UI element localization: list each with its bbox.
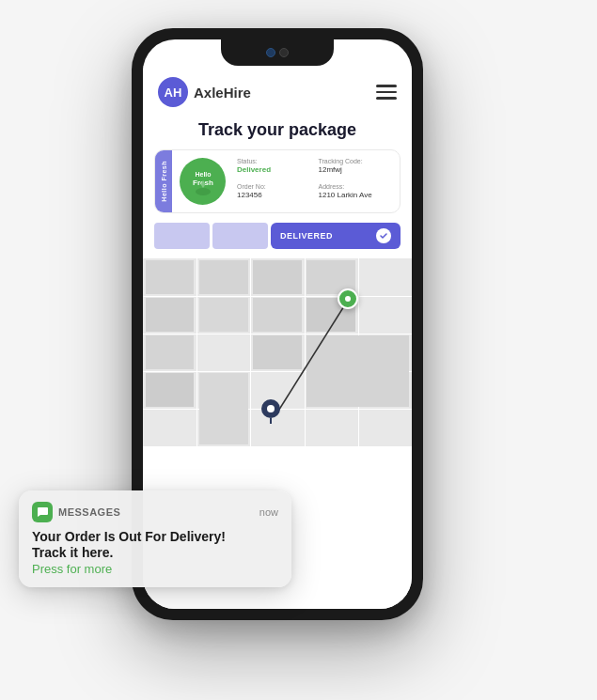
hamburger-line-2 (376, 91, 397, 94)
messages-icon (32, 502, 53, 522)
logo-icon: AH (158, 77, 188, 107)
status-label: Status: (237, 158, 311, 164)
progress-step-2 (212, 223, 268, 249)
progress-section: DELIVERED (154, 223, 401, 249)
card-side-label: Hello Fresh (155, 150, 172, 212)
map-area (143, 258, 412, 446)
notification-link[interactable]: Press for more (32, 562, 278, 576)
notification-card[interactable]: MESSAGES now Your Order Is Out For Deliv… (19, 490, 291, 587)
progress-step-1 (154, 223, 210, 249)
status-item: Status: Delivered (237, 158, 311, 179)
delivered-label: DELIVERED (280, 231, 333, 241)
hamburger-menu[interactable] (376, 85, 397, 100)
hamburger-line-1 (376, 85, 397, 87)
side-label-text: Hello Fresh (161, 161, 167, 202)
hamburger-line-3 (376, 97, 397, 100)
card-details: Status: Delivered Tracking Code: 12mfwj … (233, 150, 400, 212)
address-item: Address: 1210 Larkin Ave (319, 183, 393, 205)
package-card: Hello Fresh Hello Fresh (154, 149, 401, 213)
speaker-dot (279, 48, 289, 57)
logo-letters: AH (165, 86, 182, 100)
brand-logo-area: Hello Fresh (172, 150, 233, 212)
svg-line-4 (277, 305, 345, 412)
status-value: Delivered (237, 165, 311, 174)
address-value: 1210 Larkin Ave (319, 191, 393, 199)
hellofresh-logo: Hello Fresh (180, 158, 226, 205)
order-value: 123456 (237, 191, 311, 199)
app-header: AH AxleHire (143, 66, 412, 115)
notification-title: Your Order Is Out For Delivery! (32, 528, 278, 545)
page-title: Track your package (143, 115, 412, 149)
progress-step-delivered: DELIVERED (271, 223, 401, 249)
progress-bar: DELIVERED (154, 223, 401, 249)
current-location-marker (261, 399, 280, 428)
phone-notch (221, 39, 334, 66)
order-item: Order No: 123456 (237, 183, 311, 205)
logo-area: AH AxleHire (158, 77, 251, 107)
brand-name: AxleHire (194, 85, 251, 101)
order-label: Order No: (237, 183, 311, 190)
notification-action: Track it here. (32, 545, 278, 560)
notification-app-info: MESSAGES (32, 502, 120, 522)
tracking-label: Tracking Code: (319, 158, 393, 164)
svg-point-5 (345, 296, 351, 302)
svg-point-3 (196, 188, 211, 195)
map-background (143, 258, 412, 446)
svg-point-7 (267, 405, 275, 412)
camera-dot (266, 48, 275, 57)
destination-marker (338, 288, 358, 309)
tracking-value: 12mfwj (319, 165, 393, 174)
svg-text:Hello: Hello (195, 171, 211, 178)
tracking-item: Tracking Code: 12mfwj (319, 158, 393, 179)
notification-app-name: MESSAGES (58, 506, 120, 518)
notification-header: MESSAGES now (32, 502, 278, 522)
check-icon (376, 228, 391, 243)
notification-time: now (259, 506, 278, 518)
address-label: Address: (319, 183, 393, 190)
